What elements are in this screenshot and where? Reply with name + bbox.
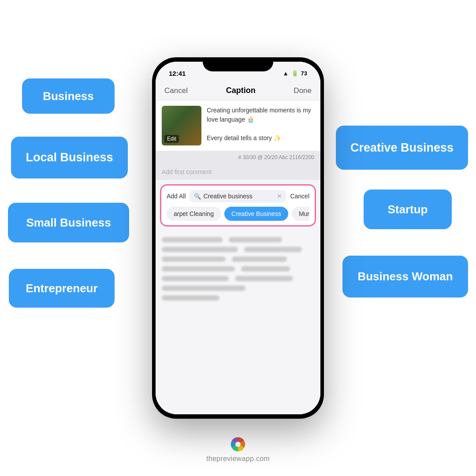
chip-mumpreneur-label: Mumpreneur <box>299 210 309 217</box>
search-input-wrap[interactable]: 🔍 Creative business ✕ <box>190 190 287 202</box>
svg-point-1 <box>235 442 241 447</box>
search-cancel-button[interactable]: Cancel <box>290 193 309 200</box>
badge-startup-label: Startup <box>388 203 428 216</box>
badge-business[interactable]: Business <box>22 78 115 114</box>
chip-creative-business[interactable]: Creative Business <box>224 207 288 221</box>
badge-business-woman-label: Business Woman <box>357 270 453 283</box>
phone: 12:41 ▲ 🔋 73 Cancel Caption Done Edit <box>152 57 324 419</box>
nav-bar: Cancel Caption Done <box>156 81 320 100</box>
brand-url: thepreviewapp.com <box>206 455 270 463</box>
nav-done-button[interactable]: Done <box>294 86 312 95</box>
badge-business-label: Business <box>43 89 94 103</box>
badge-business-woman[interactable]: Business Woman <box>342 256 468 298</box>
search-input-text[interactable]: Creative business <box>204 193 275 200</box>
badge-small-business-label: Small Business <box>26 216 111 230</box>
caption-line2: Every detail tells a story ✨ <box>207 134 314 143</box>
battery-icon: 🔋 <box>291 70 298 77</box>
notch <box>203 57 273 71</box>
status-icons: ▲ 🔋 73 <box>283 70 307 77</box>
badge-local-business[interactable]: Local Business <box>11 137 128 178</box>
scene: Business Local Business Small Business E… <box>0 0 476 476</box>
battery-level: 73 <box>301 70 307 77</box>
badge-entrepreneur[interactable]: Entrepreneur <box>9 269 115 308</box>
caption-thumbnail[interactable]: Edit <box>162 106 201 145</box>
status-time: 12:41 <box>169 70 186 77</box>
search-row: Add All 🔍 Creative business ✕ Cancel <box>167 190 309 202</box>
chip-creative-business-label: Creative Business <box>231 210 281 217</box>
chip-mumpreneur[interactable]: Mumpreneur <box>292 207 309 221</box>
chip-carpet-cleaning-label: arpet Cleaning <box>174 210 214 217</box>
hashtag-search-wrapper: Add All 🔍 Creative business ✕ Cancel arp… <box>156 180 320 231</box>
screen: 12:41 ▲ 🔋 73 Cancel Caption Done Edit <box>156 62 320 414</box>
wifi-icon: ▲ <box>283 70 289 77</box>
nav-title: Caption <box>226 86 256 95</box>
add-all-button[interactable]: Add All <box>167 193 186 200</box>
badge-startup[interactable]: Startup <box>364 190 452 229</box>
badge-local-business-label: Local Business <box>26 151 113 164</box>
badge-entrepreneur-label: Entrepreneur <box>26 282 97 295</box>
blurred-content <box>156 231 320 414</box>
badge-creative-business[interactable]: Creative Business <box>336 126 468 170</box>
badge-small-business[interactable]: Small Business <box>8 203 129 242</box>
edit-overlay[interactable]: Edit <box>164 135 179 143</box>
search-icon: 🔍 <box>194 193 201 200</box>
search-clear-button[interactable]: ✕ <box>277 193 282 200</box>
caption-text[interactable]: Creating unforgettable moments is my lov… <box>207 106 314 145</box>
chip-carpet-cleaning[interactable]: arpet Cleaning <box>167 207 221 221</box>
badge-creative-business-label: Creative Business <box>350 141 454 155</box>
nav-cancel-button[interactable]: Cancel <box>164 86 188 95</box>
stats-row: # 30/30 @ 20/20 Abc 2116/2200 <box>156 151 320 164</box>
chips-row: arpet Cleaning Creative Business Mumpren… <box>167 207 309 221</box>
branding: thepreviewapp.com <box>206 436 270 463</box>
caption-line1: Creating unforgettable moments is my lov… <box>207 106 314 124</box>
brand-logo-icon <box>230 436 246 452</box>
caption-area: Edit Creating unforgettable moments is m… <box>156 100 320 151</box>
add-comment-row[interactable]: Add first comment <box>156 164 320 180</box>
hashtag-search-container: Add All 🔍 Creative business ✕ Cancel arp… <box>160 184 316 227</box>
